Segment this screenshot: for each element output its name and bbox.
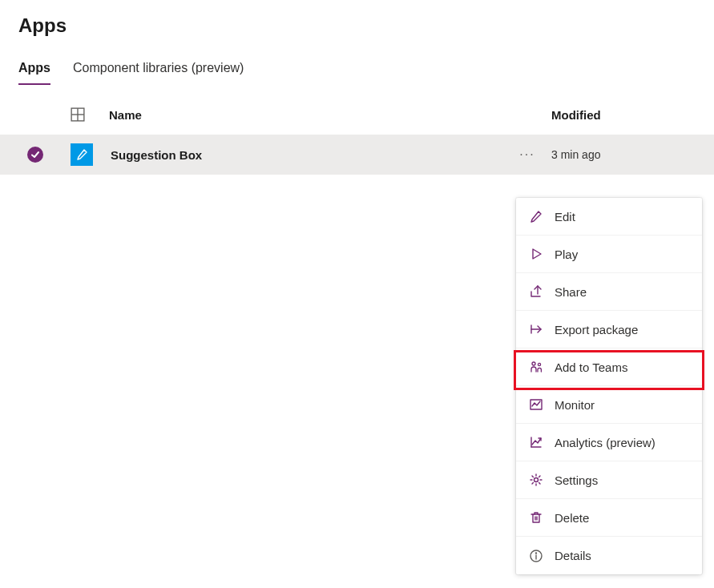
canvas-app-icon: [71, 143, 93, 166]
menu-item-settings[interactable]: Settings: [516, 461, 702, 499]
menu-item-edit[interactable]: Edit: [516, 198, 702, 236]
svg-point-7: [538, 363, 540, 365]
share-icon: [529, 284, 543, 299]
menu-label: Monitor: [555, 398, 595, 412]
menu-item-add-to-teams[interactable]: Add to Teams: [516, 348, 702, 386]
info-icon: [529, 549, 543, 563]
menu-item-delete[interactable]: Delete: [516, 499, 702, 537]
tab-component-libraries[interactable]: Component libraries (preview): [73, 61, 244, 85]
gear-icon: [529, 473, 543, 487]
pencil-icon: [529, 209, 543, 224]
menu-label: Details: [555, 549, 591, 562]
svg-point-11: [534, 478, 539, 482]
menu-label: Edit: [555, 210, 575, 224]
checkmark-icon: [27, 147, 43, 163]
page-header: Apps: [0, 0, 714, 43]
trash-icon: [529, 510, 543, 525]
tab-apps[interactable]: Apps: [18, 61, 50, 85]
svg-point-6: [532, 362, 535, 365]
menu-item-play[interactable]: Play: [516, 236, 702, 273]
menu-label: Delete: [555, 511, 589, 525]
column-header-modified[interactable]: Modified: [551, 108, 700, 122]
export-icon: [529, 322, 543, 336]
list-header: Name Modified: [0, 107, 714, 135]
app-name: Suggestion Box: [93, 148, 503, 162]
menu-label: Analytics (preview): [555, 436, 656, 449]
app-type-icon: [71, 107, 87, 122]
menu-label: Play: [555, 248, 578, 261]
menu-label: Add to Teams: [555, 360, 627, 374]
menu-item-monitor[interactable]: Monitor: [516, 386, 702, 424]
row-checkbox[interactable]: [0, 147, 71, 163]
menu-item-export[interactable]: Export package: [516, 311, 702, 348]
menu-label: Share: [555, 285, 587, 299]
svg-marker-3: [533, 249, 541, 259]
menu-label: Export package: [555, 323, 638, 336]
context-menu: Edit Play Share Export package: [516, 198, 702, 574]
teams-icon: [529, 360, 543, 374]
app-row-suggestion-box[interactable]: Suggestion Box ··· 3 min ago: [0, 135, 714, 175]
play-icon: [529, 247, 543, 261]
tabs: Apps Component libraries (preview): [0, 61, 714, 85]
app-modified: 3 min ago: [551, 148, 700, 161]
page-title: Apps: [18, 14, 714, 37]
svg-point-16: [536, 553, 537, 554]
monitor-icon: [529, 397, 543, 412]
column-header-name[interactable]: Name: [87, 108, 503, 122]
menu-item-details[interactable]: Details: [516, 537, 702, 574]
more-actions-button[interactable]: ···: [503, 147, 551, 162]
menu-item-analytics[interactable]: Analytics (preview): [516, 424, 702, 461]
menu-label: Settings: [555, 473, 598, 487]
menu-item-share[interactable]: Share: [516, 273, 702, 311]
apps-list: Name Modified Suggestion Box ··· 3 min a…: [0, 107, 714, 175]
analytics-icon: [529, 435, 543, 449]
